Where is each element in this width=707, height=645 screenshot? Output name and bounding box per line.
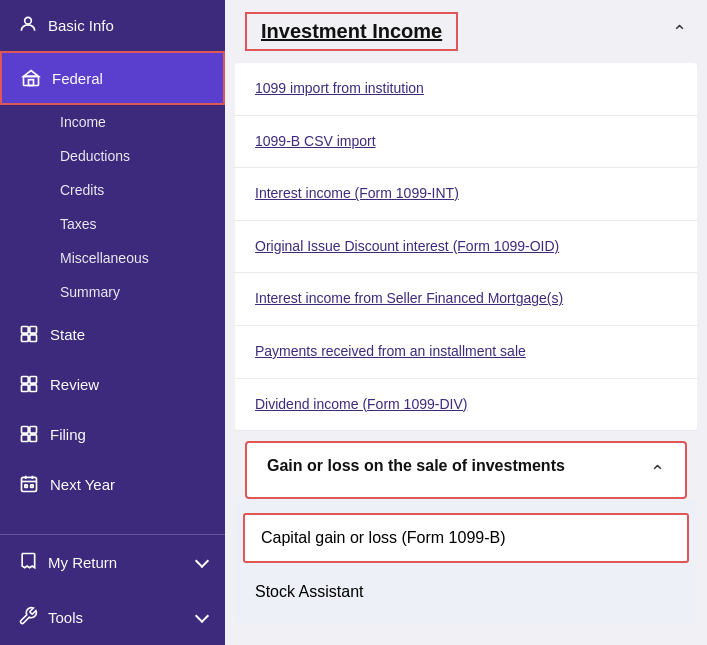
link-capital-gain[interactable]: Capital gain or loss (Form 1099-B)	[261, 529, 506, 546]
svg-rect-12	[30, 427, 37, 434]
list-item: Payments received from an installment sa…	[235, 326, 697, 379]
svg-rect-6	[30, 335, 37, 342]
link-interest-income[interactable]: Interest income (Form 1099-INT)	[255, 185, 459, 201]
next-year-label: Next Year	[50, 476, 115, 493]
subsection-content: Capital gain or loss (Form 1099-B) Stock…	[235, 499, 697, 623]
sidebar-subitem-summary[interactable]: Summary	[50, 275, 225, 309]
basic-info-label: Basic Info	[48, 17, 114, 34]
svg-rect-2	[29, 80, 34, 86]
svg-rect-7	[22, 377, 29, 384]
federal-subitems: Income Deductions Credits Taxes Miscella…	[0, 105, 225, 309]
subsection-title: Gain or loss on the sale of investments	[267, 457, 565, 475]
tools-left: Tools	[18, 606, 83, 629]
sidebar-subitem-deductions[interactable]: Deductions	[50, 139, 225, 173]
list-item: Interest income from Seller Financed Mor…	[235, 273, 697, 326]
person-icon	[18, 14, 38, 37]
my-return-icon	[18, 551, 38, 574]
federal-icon	[20, 67, 42, 89]
filing-label: Filing	[50, 426, 86, 443]
list-item-stock-assistant: Stock Assistant	[235, 569, 697, 615]
subsection-collapse-chevron[interactable]: ⌃	[650, 461, 665, 483]
list-item-capital-gain: Capital gain or loss (Form 1099-B)	[243, 513, 689, 563]
svg-rect-3	[22, 327, 29, 334]
svg-rect-9	[22, 385, 29, 392]
list-item: Original Issue Discount interest (Form 1…	[235, 221, 697, 274]
sidebar: Basic Info Federal Income Deductions C	[0, 0, 225, 645]
list-item: 1099-B CSV import	[235, 116, 697, 169]
state-label: State	[50, 326, 85, 343]
my-return-label: My Return	[48, 554, 117, 571]
svg-rect-1	[24, 76, 39, 85]
state-icon	[18, 323, 40, 345]
link-installment-sale[interactable]: Payments received from an installment sa…	[255, 343, 526, 359]
collapse-chevron[interactable]: ⌃	[672, 21, 687, 43]
link-stock-assistant[interactable]: Stock Assistant	[255, 583, 364, 600]
section-title: Investment Income	[245, 12, 458, 51]
sidebar-top: Basic Info Federal Income Deductions C	[0, 0, 225, 534]
tools-icon	[18, 606, 38, 629]
federal-label: Federal	[52, 70, 103, 87]
main-content: Investment Income ⌃ 1099 import from ins…	[225, 0, 707, 645]
svg-rect-11	[22, 427, 29, 434]
svg-rect-8	[30, 377, 37, 384]
link-original-issue-discount[interactable]: Original Issue Discount interest (Form 1…	[255, 238, 559, 254]
list-item: Interest income (Form 1099-INT)	[235, 168, 697, 221]
link-dividend-income[interactable]: Dividend income (Form 1099-DIV)	[255, 396, 467, 412]
link-seller-financed[interactable]: Interest income from Seller Financed Mor…	[255, 290, 563, 306]
link-1099b-csv[interactable]: 1099-B CSV import	[255, 133, 376, 149]
gain-loss-subsection-header[interactable]: Gain or loss on the sale of investments …	[245, 441, 687, 499]
tools-label: Tools	[48, 609, 83, 626]
svg-rect-14	[30, 435, 37, 442]
sidebar-subitem-credits[interactable]: Credits	[50, 173, 225, 207]
my-return-chevron	[195, 553, 209, 567]
review-icon	[18, 373, 40, 395]
filing-icon	[18, 423, 40, 445]
next-year-icon	[18, 473, 40, 495]
sidebar-item-federal[interactable]: Federal	[0, 51, 225, 105]
my-return-left: My Return	[18, 551, 117, 574]
investment-income-list: 1099 import from institution 1099-B CSV …	[235, 63, 697, 431]
sidebar-subitem-miscellaneous[interactable]: Miscellaneous	[50, 241, 225, 275]
list-item: Dividend income (Form 1099-DIV)	[235, 379, 697, 432]
review-label: Review	[50, 376, 99, 393]
link-1099-import[interactable]: 1099 import from institution	[255, 80, 424, 96]
sidebar-item-next-year[interactable]: Next Year	[0, 459, 225, 509]
svg-point-0	[25, 17, 32, 24]
svg-rect-16	[25, 485, 27, 488]
sidebar-subitem-income[interactable]: Income	[50, 105, 225, 139]
tools-chevron	[195, 608, 209, 622]
svg-rect-15	[22, 477, 37, 491]
svg-rect-17	[31, 485, 34, 488]
svg-rect-5	[22, 335, 29, 342]
sidebar-item-tools[interactable]: Tools	[0, 590, 225, 645]
svg-rect-13	[22, 435, 29, 442]
sidebar-item-my-return[interactable]: My Return	[0, 535, 225, 590]
sidebar-item-filing[interactable]: Filing	[0, 409, 225, 459]
sidebar-item-state[interactable]: State	[0, 309, 225, 359]
sidebar-item-review[interactable]: Review	[0, 359, 225, 409]
svg-rect-10	[30, 385, 37, 392]
sidebar-item-basic-info[interactable]: Basic Info	[0, 0, 225, 51]
svg-rect-4	[30, 327, 37, 334]
list-item: 1099 import from institution	[235, 63, 697, 116]
investment-income-header: Investment Income ⌃	[225, 0, 707, 63]
sidebar-bottom: My Return Tools	[0, 534, 225, 645]
sidebar-subitem-taxes[interactable]: Taxes	[50, 207, 225, 241]
